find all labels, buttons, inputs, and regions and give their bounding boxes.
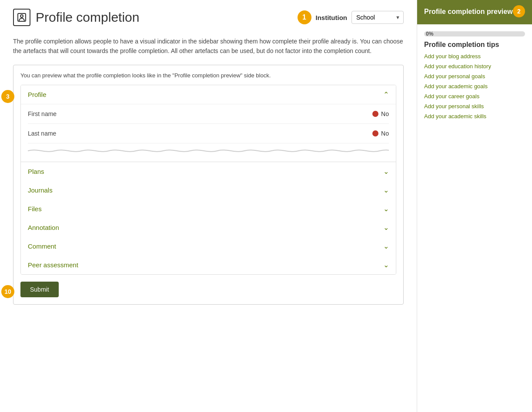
institution-label: Institution [316,14,347,21]
accordion-header-peer[interactable]: Peer assessment ⌄ [21,256,396,274]
page-description: The profile completion allows people to … [13,37,404,56]
main-card: You can preview what the profile complet… [13,65,404,305]
step-badge-3: 3 [1,90,14,103]
chevron-down-icon-journals: ⌄ [383,186,389,194]
accordion-label-profile: Profile [28,91,47,98]
chevron-down-icon-plans: ⌄ [383,167,389,176]
accordion-label-comment: Comment [28,243,56,250]
accordion-label-files: Files [28,205,42,213]
radio-group-lastname[interactable]: No [372,130,389,137]
chevron-down-icon-comment: ⌄ [383,242,389,250]
wavy-decoration [28,147,389,155]
accordion-header-files[interactable]: Files ⌄ [21,199,396,218]
accordion-header-plans[interactable]: Plans ⌄ [21,162,396,181]
accordion-item-journals: Journals ⌄ [21,181,396,199]
step-badge-2: 2 [513,5,525,17]
sidebar-header: Profile completion preview 2 [417,0,532,24]
accordion-files-wrap: 6 Files ⌄ [21,199,396,218]
accordion-header-profile[interactable]: Profile ⌃ [21,85,396,104]
tips-title: Profile completion tips [424,41,525,49]
tips-list: Add your blog address Add your education… [424,53,525,120]
accordion-annotation-wrap: 7 Annotation ⌄ [21,218,396,237]
step-badge-10: 10 [1,285,14,298]
radio-dot-firstname [372,111,378,117]
accordion-header-journals[interactable]: Journals ⌄ [21,181,396,199]
sidebar: Profile completion preview 2 0% Profile … [417,0,532,412]
accordion-item-comment: Comment ⌄ [21,237,396,256]
accordion-header-annotation[interactable]: Annotation ⌄ [21,218,396,237]
radio-group-firstname[interactable]: No [372,110,389,117]
tip-personal-goals[interactable]: Add your personal goals [424,73,525,80]
accordion-item-files: Files ⌄ [21,199,396,218]
accordion-comment-wrap: 8 Comment ⌄ [21,237,396,256]
accordion-label-annotation: Annotation [28,224,59,231]
accordion-journals-wrap: 5 Journals ⌄ [21,181,396,199]
accordion: Profile ⌃ First name No [20,85,396,275]
accordion-label-plans: Plans [28,168,44,175]
submit-button[interactable]: Submit [20,282,59,297]
tip-career-goals[interactable]: Add your career goals [424,93,525,100]
tip-blog-address[interactable]: Add your blog address [424,53,525,60]
accordion-profile-wrap: 3 Profile ⌃ First name [20,85,396,275]
accordion-item-annotation: Annotation ⌄ [21,218,396,237]
svg-point-1 [20,15,23,17]
progress-bar-wrap: 0% [424,31,525,37]
accordion-peer-wrap: 9 Peer assessment ⌄ [21,256,396,274]
radio-label-firstname: No [381,110,389,117]
chevron-down-icon-peer: ⌄ [383,261,389,269]
accordion-item-peer: Peer assessment ⌄ [21,256,396,274]
chevron-up-icon: ⌃ [383,90,389,99]
field-row-lastname: Last name No [28,124,389,143]
progress-label: 0% [426,31,433,37]
sidebar-body: 0% Profile completion tips Add your blog… [417,24,532,130]
preview-hint: You can preview what the profile complet… [20,72,396,79]
accordion-header-comment[interactable]: Comment ⌄ [21,237,396,256]
chevron-down-icon-files: ⌄ [383,205,389,213]
institution-select[interactable]: School [351,11,404,24]
tip-education-history[interactable]: Add your education history [424,63,525,70]
accordion-body-profile: First name No Last name [21,104,396,162]
step-badge-1: 1 [298,10,311,24]
tip-academic-skills[interactable]: Add your academic skills [424,113,525,120]
tip-academic-goals[interactable]: Add your academic goals [424,83,525,90]
accordion-item-plans: Plans ⌄ [21,162,396,181]
accordion-plans-wrap: 4 Plans ⌄ [21,162,396,181]
radio-dot-lastname [372,130,378,136]
field-label-lastname: Last name [28,130,372,137]
accordion-item-profile: Profile ⌃ First name No [21,85,396,162]
submit-section: 10 Submit [20,282,396,297]
accordion-label-peer: Peer assessment [28,261,78,269]
sidebar-title: Profile completion preview [424,7,513,17]
chevron-down-icon-annotation: ⌄ [383,223,389,232]
field-row-firstname: First name No [28,104,389,124]
tip-personal-skills[interactable]: Add your personal skills [424,103,525,110]
page-icon [13,9,30,26]
field-label-firstname: First name [28,110,372,117]
page-title: Profile completion [36,10,139,25]
radio-label-lastname: No [381,130,389,137]
accordion-label-journals: Journals [28,186,53,194]
